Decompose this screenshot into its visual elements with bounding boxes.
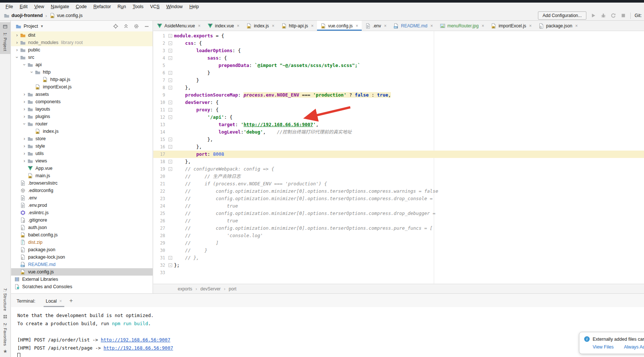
menu-item-vcs[interactable]: VCS — [147, 3, 163, 10]
tree-item-env[interactable]: .env — [11, 194, 153, 202]
tree-item-auth-json[interactable]: {}auth.json — [11, 224, 153, 231]
debug-icon[interactable] — [600, 13, 606, 18]
menu-item-refactor[interactable]: Refactor — [90, 3, 114, 10]
editor-tab-index-vue[interactable]: index.vue× — [204, 21, 243, 31]
git-branch-widget[interactable]: Git: — [635, 13, 643, 18]
fold-gutter[interactable]: - — [167, 71, 174, 75]
tree-chevron-icon[interactable]: › — [21, 143, 27, 149]
tree-item-babel-config-js[interactable]: JSbabel.config.js — [11, 231, 153, 239]
tree-item-layouts[interactable]: ›layouts — [11, 105, 153, 113]
tree-item-dist-zip[interactable]: dist.zip — [11, 239, 153, 246]
tree-item-editorconfig[interactable]: .editorconfig — [11, 187, 153, 194]
settings-gear-icon[interactable] — [133, 23, 139, 29]
tree-item-vue-config-js[interactable]: JSvue.config.js — [11, 268, 153, 276]
close-icon[interactable]: × — [311, 23, 314, 28]
tree-item-src[interactable]: ›src — [11, 54, 153, 61]
tree-item-plugins[interactable]: ›plugins — [11, 113, 153, 120]
run-icon[interactable] — [590, 13, 596, 18]
close-icon[interactable]: × — [59, 299, 62, 304]
fold-marker[interactable]: - — [168, 256, 172, 260]
close-icon[interactable]: × — [356, 23, 358, 28]
menu-item-view[interactable]: View — [31, 3, 48, 10]
tree-item-package-json[interactable]: {}package.json — [11, 246, 153, 253]
stop-icon[interactable] — [620, 13, 626, 18]
fold-gutter[interactable]: - — [167, 78, 174, 82]
tree-item-style[interactable]: ›style — [11, 142, 153, 150]
menu-item-file[interactable]: File — [2, 3, 16, 10]
fold-marker[interactable]: - — [168, 115, 172, 119]
tree-item-router[interactable]: ›router — [11, 120, 153, 128]
tree-item-importexcel-js[interactable]: JSimportExcel.js — [11, 83, 153, 91]
breadcrumb-item-port[interactable]: port — [229, 286, 236, 292]
fold-marker[interactable]: - — [168, 41, 172, 45]
tree-item-http[interactable]: ›http — [11, 68, 153, 76]
tree-chevron-icon[interactable]: › — [21, 114, 27, 119]
fold-gutter[interactable]: - — [167, 263, 174, 267]
fold-marker[interactable]: - — [168, 145, 172, 149]
terminal-tab-local[interactable]: Local × — [44, 299, 64, 307]
tree-item-env-prod[interactable]: .env.prod — [11, 202, 153, 209]
tree-item-components[interactable]: ›components — [11, 98, 153, 105]
tree-item-node-modules[interactable]: ›node_moduleslibrary root — [11, 39, 153, 46]
close-icon[interactable]: × — [237, 23, 239, 28]
tree-chevron-icon[interactable]: › — [14, 54, 20, 60]
fold-gutter[interactable]: - — [167, 56, 174, 60]
tree-chevron-icon[interactable]: › — [14, 32, 20, 38]
tree-chevron-icon[interactable]: › — [21, 106, 27, 112]
editor-tab-importexcel-js[interactable]: JSimportExcel.js× — [487, 21, 535, 31]
stripe-tab-favorites-label[interactable]: 2: Favorites — [3, 323, 7, 346]
close-icon[interactable]: × — [430, 23, 433, 28]
tree-item-api[interactable]: ›api — [11, 61, 153, 68]
tree-item-utils[interactable]: ›utils — [11, 150, 153, 157]
project-view-selector[interactable]: Project ▼ — [16, 23, 44, 29]
collapse-all-icon[interactable] — [123, 23, 129, 29]
editor-tab-readme-md[interactable]: MDREADME.md× — [390, 21, 436, 31]
code-editor[interactable]: 1-module.exports = {2- css: {3- loaderOp… — [153, 31, 644, 284]
tree-chevron-icon[interactable]: › — [21, 158, 27, 164]
fold-gutter[interactable]: - — [167, 167, 174, 171]
fold-marker[interactable]: - — [168, 108, 172, 112]
locate-file-icon[interactable] — [113, 23, 119, 29]
editor-tab-package-json[interactable]: {}package.json× — [535, 21, 581, 31]
tree-chevron-icon[interactable]: › — [14, 40, 20, 46]
always-add-link[interactable]: Always Add — [624, 344, 644, 350]
tree-item-scratches-and-consoles[interactable]: Scratches and Consoles — [11, 283, 153, 290]
tree-item-readme-md[interactable]: MDREADME.md — [11, 261, 153, 268]
tree-chevron-icon[interactable]: › — [29, 69, 35, 75]
menu-item-edit[interactable]: Edit — [16, 3, 31, 10]
fold-gutter[interactable]: - — [167, 41, 174, 45]
editor-tab-vue-config-js[interactable]: JSvue.config.js× — [317, 21, 362, 31]
fold-gutter[interactable]: - — [167, 145, 174, 149]
editor-tab-index-js[interactable]: JSindex.js× — [243, 21, 278, 31]
editor-tab-http-api-js[interactable]: JShttp-api.js× — [278, 21, 317, 31]
new-terminal-session-icon[interactable]: + — [64, 297, 77, 307]
fold-marker[interactable]: - — [168, 263, 172, 267]
fold-gutter[interactable]: - — [167, 86, 174, 90]
add-configuration-button[interactable]: Add Configuration... — [538, 11, 586, 20]
tree-chevron-icon[interactable]: › — [21, 62, 27, 68]
menu-item-tools[interactable]: Tools — [129, 3, 147, 10]
fold-gutter[interactable]: - — [167, 115, 174, 119]
close-icon[interactable]: × — [529, 23, 532, 28]
breadcrumb-item-devserver[interactable]: devServer — [200, 286, 221, 292]
tree-item-package-lock-json[interactable]: {}package-lock.json — [11, 253, 153, 261]
tree-item-assets[interactable]: ›assets — [11, 91, 153, 98]
tree-item-browserslistrc[interactable]: .browserslistrc — [11, 179, 153, 187]
view-files-link[interactable]: View Files — [593, 344, 614, 350]
breadcrumb-item-exports[interactable]: exports — [178, 286, 192, 292]
menu-item-navigate[interactable]: Navigate — [48, 3, 72, 10]
fold-marker[interactable]: - — [168, 138, 172, 141]
editor-tab-menurouter-jpg[interactable]: menuRouter.jpg× — [436, 21, 488, 31]
tree-item-index-js[interactable]: JSindex.js — [11, 128, 153, 135]
editor-tab-asidemenu-vue[interactable]: AsideMenu.vue× — [153, 21, 204, 31]
stripe-tab-structure-label[interactable]: 7: Structure — [3, 288, 7, 311]
menu-item-code[interactable]: Code — [72, 3, 90, 10]
tree-item-public[interactable]: ›public — [11, 46, 153, 54]
tree-item-http-api-js[interactable]: JShttp-api.js — [11, 76, 153, 83]
favorites-star-icon[interactable]: ★ — [3, 348, 7, 354]
fold-marker[interactable]: - — [168, 78, 172, 82]
fold-marker[interactable]: - — [168, 101, 172, 104]
fold-marker[interactable]: - — [168, 86, 172, 90]
tree-item-views[interactable]: ›views — [11, 157, 153, 165]
fold-marker[interactable]: - — [168, 34, 172, 38]
